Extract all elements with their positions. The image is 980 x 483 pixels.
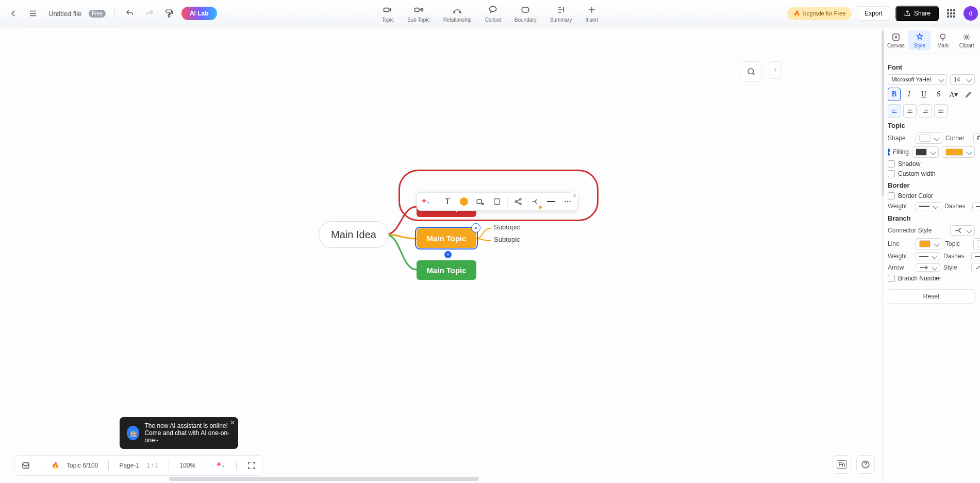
boundary-icon xyxy=(520,5,530,15)
top-toolbar: Untitled file Free AI Lab Topic Sub Topi… xyxy=(0,0,980,27)
tool-relationship[interactable]: Relationship xyxy=(443,5,472,23)
paint-roller-icon xyxy=(164,9,174,18)
subtopic-icon xyxy=(413,5,424,15)
back-button[interactable] xyxy=(6,6,21,21)
share-button[interactable]: Share xyxy=(895,6,939,21)
tool-summary[interactable]: Summary xyxy=(550,5,572,23)
tool-topic[interactable]: Topic xyxy=(382,5,394,23)
tool-callout[interactable]: Callout xyxy=(485,5,501,23)
tool-boundary[interactable]: Boundary xyxy=(514,5,537,23)
svg-point-7 xyxy=(490,6,496,11)
callout-icon xyxy=(488,5,498,15)
format-painter-button[interactable] xyxy=(162,6,176,21)
apps-button[interactable] xyxy=(944,6,958,21)
relationship-icon xyxy=(452,5,462,15)
svg-rect-0 xyxy=(166,10,172,12)
tool-insert[interactable]: Insert xyxy=(585,5,598,23)
topic-icon xyxy=(383,5,393,15)
fire-icon: 🔥 xyxy=(793,10,801,17)
chevron-left-icon xyxy=(9,9,18,18)
svg-rect-1 xyxy=(168,14,170,17)
svg-rect-8 xyxy=(522,7,529,12)
upgrade-button[interactable]: 🔥Upgrade for Free xyxy=(787,7,852,20)
share-icon xyxy=(904,10,911,17)
svg-rect-4 xyxy=(421,8,423,11)
svg-rect-3 xyxy=(414,8,419,11)
export-button[interactable]: Export xyxy=(857,6,890,21)
redo-button[interactable] xyxy=(142,6,157,21)
menu-button[interactable] xyxy=(26,6,40,21)
redo-icon xyxy=(145,9,154,18)
tool-subtopic[interactable]: Sub Topic xyxy=(407,5,430,23)
avatar[interactable]: d xyxy=(964,6,978,21)
insert-tools: Topic Sub Topic Relationship Callout Bou… xyxy=(382,5,599,23)
plan-tag: Free xyxy=(89,10,106,18)
divider xyxy=(114,8,114,19)
file-name[interactable]: Untitled file xyxy=(48,10,81,18)
ai-lab-button[interactable]: AI Lab xyxy=(181,7,217,20)
hamburger-icon xyxy=(28,9,38,18)
undo-icon xyxy=(125,9,135,18)
svg-rect-2 xyxy=(384,8,389,11)
plus-icon xyxy=(587,5,597,15)
undo-button[interactable] xyxy=(123,6,137,21)
summary-icon xyxy=(556,5,566,15)
